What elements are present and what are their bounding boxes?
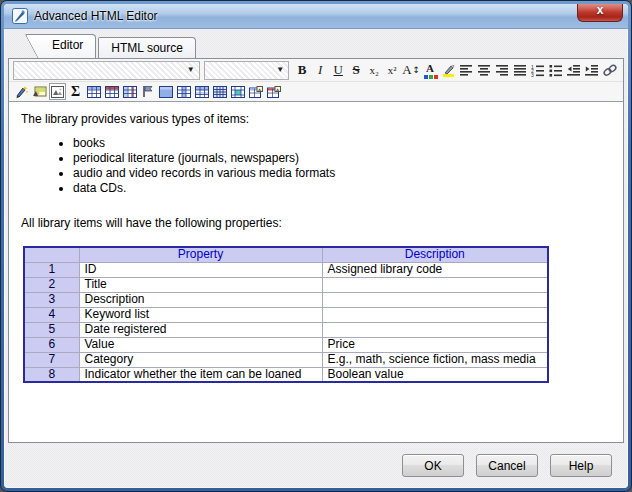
list-item: periodical literature (journals, newspap… [73, 151, 611, 166]
split-cells-button[interactable] [211, 83, 228, 100]
cell-description[interactable] [322, 292, 548, 307]
table-blue-fill-icon [159, 86, 173, 98]
help-button[interactable]: Help [550, 454, 612, 477]
cell-description[interactable] [322, 307, 548, 322]
cell-property[interactable]: Date registered [79, 322, 322, 337]
format-toolbar: ▼ ▼ B I U S x₂ x² A↕ A [9, 59, 623, 82]
cell-rownum[interactable]: 4 [24, 307, 79, 322]
highlight-button[interactable] [439, 61, 457, 80]
cell-property[interactable]: Category [79, 352, 322, 367]
svg-text:3: 3 [531, 72, 534, 77]
cell-rownum[interactable]: 3 [24, 292, 79, 307]
font-family-select[interactable]: ▼ [13, 61, 200, 80]
cell-property[interactable]: Title [79, 277, 322, 292]
chevron-down-icon: ▼ [276, 66, 284, 74]
spell-check-button[interactable] [13, 83, 30, 100]
properties-table: Property Description 1 ID Assigned libra… [23, 246, 549, 383]
table-red-header-icon [105, 86, 119, 98]
insert-row-button[interactable] [193, 83, 210, 100]
image-properties-button[interactable] [49, 83, 66, 100]
justify-icon [514, 64, 527, 77]
cell-rownum[interactable]: 6 [24, 337, 79, 352]
table-image-delete-button[interactable] [265, 83, 282, 100]
cell-property[interactable]: Keyword list [79, 307, 322, 322]
cell-color-button[interactable] [229, 83, 246, 100]
align-left-button[interactable] [457, 61, 475, 80]
cell-rownum[interactable]: 8 [24, 367, 79, 382]
cell-description[interactable]: Assigned library code [322, 262, 548, 277]
chevron-down-icon: ▼ [187, 66, 195, 74]
table-image-button[interactable] [247, 83, 264, 100]
insert-symbol-button[interactable]: Σ [67, 83, 84, 100]
insert-column-button[interactable] [175, 83, 192, 100]
pen-sparkle-icon [14, 84, 29, 99]
cell-rownum[interactable]: 7 [24, 352, 79, 367]
advanced-html-editor-window: Advanced HTML Editor x Editor HTML sourc… [0, 0, 632, 492]
numbered-list-icon: 1 2 3 [531, 64, 545, 77]
table-row: 4 Keyword list [24, 307, 548, 322]
table-row: 1 ID Assigned library code [24, 262, 548, 277]
cell-property[interactable]: Value [79, 337, 322, 352]
indent-icon [585, 64, 599, 77]
superscript-button[interactable]: x² [383, 61, 401, 80]
table-header-row: Property Description [24, 247, 548, 262]
list-item: data CDs. [73, 181, 611, 196]
align-center-button[interactable] [475, 61, 493, 80]
editor-canvas[interactable]: The library provides various types of it… [9, 102, 623, 442]
close-button[interactable]: x [577, 4, 623, 22]
subscript-button[interactable]: x₂ [365, 61, 383, 80]
insert-image-button[interactable] [31, 83, 48, 100]
up-down-arrows-icon: ↕ [413, 65, 421, 75]
strikethrough-button[interactable]: S [347, 61, 365, 80]
align-left-icon [460, 64, 473, 77]
insert-anchor-button[interactable] [139, 83, 156, 100]
font-size-select[interactable]: ▼ [204, 61, 289, 80]
titlebar[interactable]: Advanced HTML Editor x [4, 4, 628, 29]
cell-rownum[interactable]: 1 [24, 262, 79, 277]
underline-button[interactable]: U [329, 61, 347, 80]
color-swatches-icon [424, 75, 438, 79]
table-row: 7 Category E.g., math, science fiction, … [24, 352, 548, 367]
sigma-icon: Σ [71, 84, 80, 100]
justify-button[interactable] [511, 61, 529, 80]
italic-button[interactable]: I [311, 61, 329, 80]
cell-description[interactable]: E.g., math, science fiction, mass media [322, 352, 548, 367]
font-color-button[interactable]: A [421, 61, 439, 80]
indent-button[interactable] [583, 61, 601, 80]
font-size-button[interactable]: A↕ [401, 61, 421, 80]
table-row: 3 Description [24, 292, 548, 307]
cell-property[interactable]: Description [79, 292, 322, 307]
properties-intro-paragraph: All library items will have the followin… [21, 216, 611, 231]
cancel-button[interactable]: Cancel [476, 454, 538, 477]
cell-description[interactable]: Price [322, 337, 548, 352]
cell-description[interactable] [322, 322, 548, 337]
unordered-list-button[interactable] [547, 61, 565, 80]
cell-rownum[interactable]: 2 [24, 277, 79, 292]
cell-description[interactable]: Boolean value [322, 367, 548, 382]
header-cell-property[interactable]: Property [79, 247, 322, 262]
tab-html-source[interactable]: HTML source [98, 37, 196, 58]
header-cell-number[interactable] [24, 247, 79, 262]
font-size-letter: A [402, 62, 411, 78]
table-properties-button[interactable] [103, 83, 120, 100]
cell-property[interactable]: ID [79, 262, 322, 277]
merge-cells-button[interactable] [157, 83, 174, 100]
bold-button[interactable]: B [293, 61, 311, 80]
table-row: 6 Value Price [24, 337, 548, 352]
outdent-button[interactable] [565, 61, 583, 80]
cell-description[interactable] [322, 277, 548, 292]
insert-table-button[interactable] [85, 83, 102, 100]
header-cell-description[interactable]: Description [322, 247, 548, 262]
cell-properties-button[interactable] [121, 83, 138, 100]
tab-editor[interactable]: Editor [40, 34, 96, 58]
table-blue-column-icon [177, 86, 191, 98]
cell-rownum[interactable]: 5 [24, 322, 79, 337]
insert-toolbar: Σ [9, 82, 623, 102]
hyperlink-button[interactable] [601, 61, 619, 80]
cell-property[interactable]: Indicator whether the item can be loaned [79, 367, 322, 382]
ordered-list-button[interactable]: 1 2 3 [529, 61, 547, 80]
highlighter-icon [441, 63, 456, 78]
ok-button[interactable]: OK [402, 454, 464, 477]
align-right-button[interactable] [493, 61, 511, 80]
table-blue-rows-icon [195, 86, 209, 98]
